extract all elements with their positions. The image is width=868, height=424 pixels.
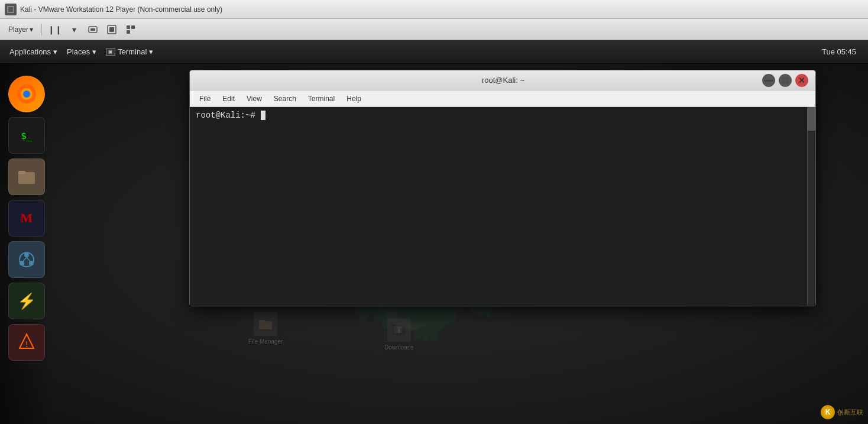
vmware-toolbar: Player ▾ ❙❙ ▾ [0,19,868,40]
terminal-menubar: File Edit View Search Terminal Help [190,90,815,107]
svg-text:!: ! [24,339,29,349]
places-menu[interactable]: Places ▾ [62,45,101,59]
tmenu-search[interactable]: Search [269,93,301,104]
tmenu-view[interactable]: View [242,93,267,104]
chuang-text: 创新互联 [837,408,863,417]
unity-button[interactable] [122,22,139,37]
terminal-arrow: ▾ [149,47,153,56]
svg-line-18 [23,257,27,261]
dock-item-metasploit[interactable]: M [8,200,45,237]
terminal-scrollbar-thumb[interactable] [807,107,815,131]
terminal-content[interactable]: root@Kali:~# [190,107,815,306]
terminal-prompt-text: root@Kali:~# [196,111,260,120]
terminal-minimize-button[interactable]: — [762,74,775,87]
chuang-logo: K [821,405,835,419]
vmware-title: Kali - VMware Workstation 12 Player (Non… [20,5,222,14]
svg-rect-3 [90,28,95,31]
dock-item-terminal[interactable]: $_ [8,117,45,154]
applications-menu[interactable]: Applications ▾ [5,45,62,59]
svg-rect-13 [18,171,25,174]
terminal-controls: — □ ✕ [762,74,808,87]
desktop-icon-downloads-img [387,318,411,342]
kali-desktop: 🐉 $_ M [0,64,868,424]
places-label: Places [67,47,90,56]
tmenu-help[interactable]: Help [342,93,366,104]
svg-line-19 [27,257,30,261]
player-menu-button[interactable]: Player ▾ [5,24,37,35]
send-ctrlaltdel-button[interactable] [85,22,101,37]
fit-guest-button[interactable] [103,22,120,37]
terminal-window-title: root@Kali: ~ [482,76,524,85]
toolbar-separator-1 [41,24,42,35]
terminal-scrollbar[interactable] [807,107,815,306]
vmware-icon [5,4,17,15]
svg-rect-5 [109,27,114,32]
kali-dock: $_ M ⚡ [0,64,53,424]
terminal-titlebar: root@Kali: ~ — □ ✕ [190,70,815,90]
taskbar-clock: Tue 05:45 [815,45,863,59]
svg-rect-1 [8,7,13,12]
terminal-maximize-button[interactable]: □ [779,74,792,87]
svg-point-15 [24,253,29,257]
svg-rect-8 [127,30,130,34]
terminal-close-button[interactable]: ✕ [795,74,808,87]
terminal-prompt-line: root@Kali:~# [196,111,809,120]
svg-point-11 [23,90,30,98]
dock-item-zaproxy[interactable]: ⚡ [8,283,45,319]
terminal-menu[interactable]: ▣ Terminal ▾ [101,45,158,59]
desktop-icon-downloads-label: Downloads [384,344,413,351]
pause-button[interactable]: ❙❙ [47,22,63,37]
desktop-icon-filemanager-label: File Manager [248,338,283,345]
dock-item-firefox[interactable] [8,76,45,112]
terminal-cursor [261,111,265,120]
desktop-icon-filemanager[interactable]: File Manager [248,312,283,345]
dock-item-maltego[interactable] [8,241,45,278]
applications-label: Applications [9,47,51,56]
vmware-titlebar: Kali - VMware Workstation 12 Player (Non… [0,0,868,19]
svg-rect-7 [131,25,135,29]
places-arrow: ▾ [92,47,96,56]
tmenu-file[interactable]: File [195,93,215,104]
tmenu-edit[interactable]: Edit [218,93,239,104]
dock-item-burpsuite[interactable]: ! [8,324,45,361]
desktop-icon-downloads[interactable]: Downloads [384,318,413,351]
terminal-taskbar-icon: ▣ [106,48,115,56]
tmenu-terminal[interactable]: Terminal [303,93,339,104]
svg-rect-30 [259,320,265,323]
pause-dropdown[interactable]: ▾ [66,22,82,37]
svg-rect-28 [398,329,400,333]
applications-arrow: ▾ [53,47,57,56]
dock-item-files[interactable] [8,158,45,195]
desktop-icon-filemanager-img [254,312,277,336]
terminal-label: Terminal [118,47,147,56]
terminal-window: root@Kali: ~ — □ ✕ File Edit View Search… [189,70,816,306]
chuang-watermark: K 创新互联 [821,405,863,419]
svg-rect-6 [127,25,130,29]
kali-taskbar: Applications ▾ Places ▾ ▣ Terminal ▾ Tue… [0,40,868,64]
